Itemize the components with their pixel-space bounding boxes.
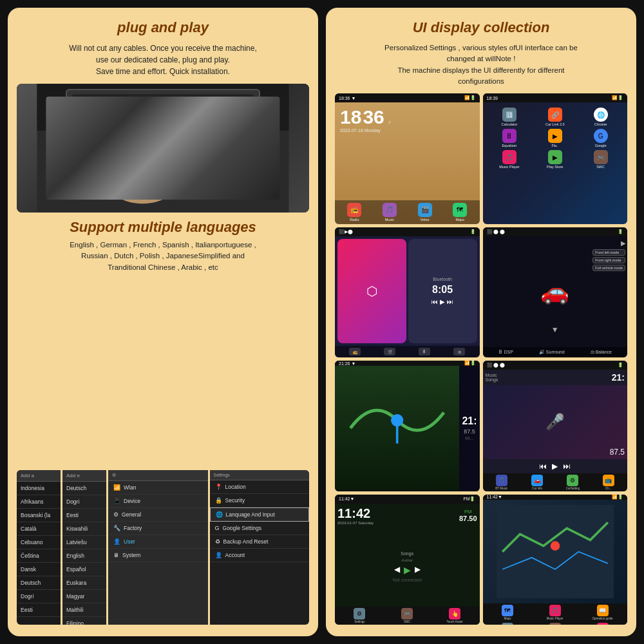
app-equalizer-2[interactable]: 🎚Equalizer xyxy=(488,129,531,147)
nav-video-3[interactable]: 🎬 xyxy=(384,348,395,355)
surround-label-4[interactable]: 🔊 Surround xyxy=(539,350,565,355)
app-touch-7[interactable]: 👆Touch Assist xyxy=(431,608,478,623)
android-screen-8: 11:42▼ 📶🔋 🗺Maps 🎵Music Player xyxy=(483,495,628,625)
lang-magyar[interactable]: Magyar xyxy=(62,590,106,603)
lang-kiswahili[interactable]: Kiswahili xyxy=(62,522,106,536)
menu-google-settings[interactable]: G Google Settings xyxy=(210,522,310,535)
android-screen-7: 11:42▼ FM🔋 11:42 2023-01-07 Saturday FM … xyxy=(335,495,480,625)
lang-espanol[interactable]: Español xyxy=(62,563,106,576)
lang-cestina[interactable]: Čeština xyxy=(17,549,61,563)
lang-english[interactable]: English xyxy=(62,549,106,563)
app-carlink-2[interactable]: 🔗Car Link 2.0 xyxy=(533,108,576,126)
lang-catala[interactable]: Català xyxy=(17,522,61,536)
nav-settings-3[interactable]: ⚙ xyxy=(453,348,465,355)
dsp-label-4[interactable]: 🎚 DSP xyxy=(498,350,513,355)
location-label: Location xyxy=(225,484,246,490)
menu-backup[interactable]: ♻ Backup And Reset xyxy=(210,535,310,549)
backup-label: Backup And Reset xyxy=(223,538,269,545)
freq-7: 87.50 xyxy=(459,515,477,522)
mode-full-vehicle[interactable]: Full vehicle mode xyxy=(592,265,625,271)
app-calculator-2[interactable]: 🔢Calculator xyxy=(488,108,531,126)
app-settings-8[interactable]: ⚙Settings xyxy=(484,623,531,625)
mode-front-left[interactable]: Front left mode xyxy=(592,249,625,256)
bt-next-3[interactable]: ⏭ xyxy=(447,298,453,305)
app-maps-8[interactable]: 🗺Maps xyxy=(484,605,531,620)
menu-factory[interactable]: 🔧 Factory xyxy=(108,522,208,535)
nav-radio-3[interactable]: 📻 xyxy=(349,348,361,355)
lang-dansk[interactable]: Dansk xyxy=(17,563,61,576)
lang-filipino[interactable]: Filipino xyxy=(62,617,106,625)
lang-eesti-b[interactable]: Eesti xyxy=(62,509,106,522)
lang-bosanski[interactable]: Bosanski (la xyxy=(17,509,61,522)
ui-screen-7: 11:42▼ FM🔋 11:42 2023-01-07 Saturday FM … xyxy=(335,495,480,625)
lang-eesti-a[interactable]: Eesti xyxy=(17,603,61,617)
lang-deutsch-b[interactable]: Deutsch xyxy=(62,482,106,495)
app-op-guide-8[interactable]: 📖Operation guide xyxy=(579,605,626,620)
lang-euskara[interactable]: Euskara xyxy=(62,576,106,590)
next-7[interactable]: ▶ xyxy=(415,565,421,575)
menu-account[interactable]: 👤 Account xyxy=(210,549,310,562)
lang-dogri-b[interactable]: Dogri xyxy=(62,495,106,509)
mode-front-right[interactable]: Front right mode xyxy=(592,257,625,263)
app-ch-6[interactable]: 📺Ch... xyxy=(591,475,626,490)
app-chrome-2[interactable]: 🌐Chrome xyxy=(579,108,622,126)
app-car-setting-6[interactable]: ⚙CarSetting xyxy=(555,475,590,490)
status-icons-8: 📶🔋 xyxy=(612,495,623,500)
wlan-label: Wlan xyxy=(124,484,136,491)
lang-indonesia[interactable]: Indonesia xyxy=(17,482,61,495)
prev-btn-6[interactable]: ⏮ xyxy=(539,462,547,471)
menu-user[interactable]: 👤 User xyxy=(108,535,208,549)
app-fla-2[interactable]: ▶Fla.. xyxy=(533,129,576,147)
android-screen-6: ⬛ ⬤ ⬤ 🔋 MusicSongs 21: 🎤 87.5 xyxy=(483,361,628,491)
prev-7[interactable]: ◀ xyxy=(394,565,400,575)
bt-prev-3[interactable]: ⏮ xyxy=(431,298,438,305)
app-music-player-2[interactable]: 🎵Music Player xyxy=(488,150,531,169)
app-music-player-8[interactable]: 🎵Music Player xyxy=(531,605,578,620)
nav-content-5: 21: 87.5 Mi... xyxy=(335,366,480,490)
app-swc-8[interactable]: 🎮SWC xyxy=(531,623,578,625)
app-touch-8[interactable]: 👆Touch Assistant xyxy=(579,623,626,625)
map-view-5 xyxy=(335,366,459,490)
app-swc-7[interactable]: 🎮SWC xyxy=(384,608,431,623)
app-settings-7[interactable]: ⚙Settings xyxy=(336,608,383,623)
songs-info-7: Songs Author ◀ ▶ ▶ Not connected xyxy=(335,527,480,607)
play-btn-6[interactable]: ▶ xyxy=(552,462,558,471)
mode-buttons-4: Front left mode Front right mode Full ve… xyxy=(592,249,625,271)
lang-maithili[interactable]: Maithili xyxy=(62,603,106,617)
app-play-store-2[interactable]: ▶Play Store xyxy=(533,150,576,169)
app-bt-music-6[interactable]: 🎵BT Music xyxy=(484,475,519,490)
lang-afrikaans[interactable]: Afrikaans xyxy=(17,495,61,509)
menu-location[interactable]: 📍 Location xyxy=(210,480,310,494)
app-video-1[interactable]: 🎬Video xyxy=(408,203,442,222)
menu-device[interactable]: 📱 Device xyxy=(108,495,208,508)
lang-cebuano[interactable]: Cebuano xyxy=(17,536,61,549)
next-btn-6[interactable]: ⏭ xyxy=(563,462,571,471)
svg-rect-8 xyxy=(119,166,155,183)
app-music-1[interactable]: 🎵Music xyxy=(373,203,407,222)
play-7[interactable]: ▶ xyxy=(404,565,411,575)
app-swc-2[interactable]: 🎮SWC xyxy=(579,150,622,169)
clock-date-7: 2023-01-07 Saturday xyxy=(337,521,457,525)
menu-system[interactable]: 🖥 System xyxy=(108,549,208,562)
car-view-4: 🚗 ▶ Front left mode Front right mode Ful… xyxy=(483,236,628,348)
google-icon: G xyxy=(215,525,220,531)
status-time-3: 🔋 xyxy=(470,229,476,234)
music-time-6: 21: xyxy=(612,372,625,383)
menu-general[interactable]: ⚙ General xyxy=(108,508,208,522)
bt-play-3[interactable]: ▶ xyxy=(440,298,445,305)
menu-language-input[interactable]: 🌐 Lanquage And Input xyxy=(210,507,310,522)
menu-security[interactable]: 🔒 Security xyxy=(210,494,310,507)
languages-section: Support multiple languages English , Ger… xyxy=(17,219,309,464)
android-screen-3: ⬛▶⬤ 🔋 ⬡ Bluetooth 8:05 ⏮ ▶ xyxy=(335,227,480,358)
app-maps-1[interactable]: 🗺Maps xyxy=(443,203,477,222)
lang-latviesu[interactable]: Latviešu xyxy=(62,536,106,549)
menu-wlan[interactable]: 📶 Wlan xyxy=(108,481,208,495)
app-car-info-6[interactable]: 🚗Car Info xyxy=(520,475,554,490)
plug-image xyxy=(17,84,309,213)
app-google-2[interactable]: GGoogle xyxy=(579,129,622,147)
lang-deutsch-a[interactable]: Deutsch xyxy=(17,576,61,590)
app-radio-1[interactable]: 📻Radio xyxy=(337,203,372,222)
balance-label-4[interactable]: ⚖ Balance xyxy=(591,350,612,355)
lang-dogri[interactable]: Dogri xyxy=(17,590,61,603)
nav-dsp-3[interactable]: 🎚 xyxy=(419,348,430,355)
